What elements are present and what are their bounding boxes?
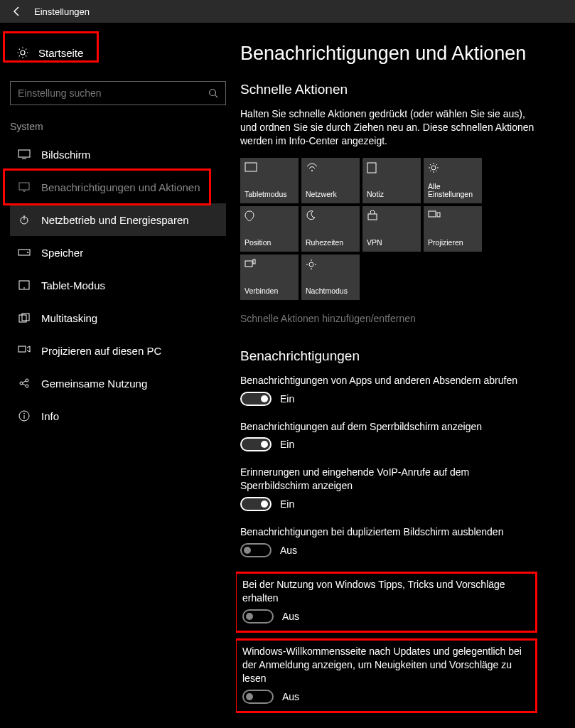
svg-rect-2 <box>18 150 30 157</box>
tile-network[interactable]: Netzwerk <box>301 158 360 203</box>
tile-note[interactable]: Notiz <box>362 158 421 203</box>
svg-point-15 <box>26 379 28 382</box>
sidebar-item-display[interactable]: Bildschirm <box>10 138 226 171</box>
tile-location[interactable]: Position <box>240 206 299 252</box>
moon-icon <box>306 210 318 223</box>
svg-line-1 <box>215 95 218 98</box>
quick-actions-heading: Schnelle Aktionen <box>240 82 564 97</box>
tablet-icon <box>244 162 257 175</box>
wifi-icon <box>306 162 318 175</box>
nav-label: Speicher <box>41 247 83 259</box>
tile-tabletmode[interactable]: Tabletmodus <box>240 158 299 203</box>
nav-label: Multitasking <box>41 312 97 324</box>
sidebar-item-notifications[interactable]: Benachrichtigungen und Aktionen <box>10 171 226 203</box>
nav-label: Tablet-Modus <box>41 279 105 291</box>
svg-point-23 <box>311 170 313 171</box>
sidebar-item-tablet[interactable]: Tablet-Modus <box>10 269 226 301</box>
toggle[interactable] <box>242 690 274 704</box>
svg-point-21 <box>23 413 25 414</box>
svg-rect-30 <box>253 259 255 264</box>
svg-point-31 <box>309 262 313 267</box>
svg-rect-26 <box>368 214 377 220</box>
nav-label: Gemeinsame Nutzung <box>41 378 147 390</box>
tile-quiet[interactable]: Ruhezeiten <box>301 206 360 252</box>
home-button[interactable]: Startseite <box>10 37 226 68</box>
quick-action-tiles: Tabletmodus Netzwerk Notiz Alle Einstell… <box>240 158 564 300</box>
home-label: Startseite <box>38 47 83 59</box>
search-input[interactable] <box>18 87 208 99</box>
svg-line-17 <box>23 381 26 382</box>
sidebar-item-shared[interactable]: Gemeinsame Nutzung <box>10 367 226 400</box>
setting-apps-notifications: Benachrichtigungen von Apps und anderen … <box>240 374 532 406</box>
setting-duplicate-hide: Benachrichtigungen bei dupliziertem Bild… <box>240 525 532 557</box>
tablet-icon <box>17 278 31 292</box>
highlighted-setting-welcome: Windows-Willkommensseite nach Updates un… <box>236 638 537 713</box>
nav-label: Projizieren auf diesen PC <box>41 345 161 357</box>
svg-line-18 <box>23 384 26 385</box>
search-box[interactable] <box>10 81 226 105</box>
svg-rect-22 <box>245 163 257 171</box>
sidebar: Startseite System Bildschirm Benachricht… <box>0 23 236 728</box>
section-label: System <box>10 121 226 132</box>
setting-lockscreen-notifications: Benachrichtigungen auf dem Sperrbildschi… <box>240 420 532 452</box>
toggle[interactable] <box>240 497 272 511</box>
notifications-heading: Benachrichtigungen <box>240 348 564 364</box>
svg-point-8 <box>27 252 28 253</box>
toggle[interactable] <box>240 543 272 557</box>
sidebar-item-project[interactable]: Projizieren auf diesen PC <box>10 334 226 367</box>
project-icon <box>428 210 441 223</box>
sidebar-item-power[interactable]: Netzbetrieb und Energiesparen <box>10 203 226 236</box>
notification-icon <box>17 180 31 194</box>
quick-actions-desc: Halten Sie schnelle Aktionen gedrückt (o… <box>240 107 539 148</box>
gear-icon <box>16 46 30 60</box>
location-icon <box>244 210 257 223</box>
svg-rect-24 <box>367 163 376 173</box>
nav-label: Benachrichtigungen und Aktionen <box>41 181 200 193</box>
tile-vpn[interactable]: VPN <box>362 206 421 252</box>
monitor-icon <box>17 147 31 161</box>
tile-allsettings[interactable]: Alle Einstellungen <box>424 158 482 203</box>
svg-point-25 <box>431 166 436 170</box>
svg-rect-13 <box>18 346 26 352</box>
svg-point-0 <box>210 90 216 96</box>
main-content: Benachrichtigungen und Aktionen Schnelle… <box>236 23 575 728</box>
setting-voip-reminders: Erinnerungen und eingehende VoIP-Anrufe … <box>240 466 532 511</box>
gear-icon <box>428 162 441 175</box>
page-title: Benachrichtigungen und Aktionen <box>240 43 564 65</box>
storage-icon <box>17 245 31 259</box>
toggle[interactable] <box>240 437 272 451</box>
svg-rect-4 <box>19 183 29 190</box>
share-icon <box>17 376 31 390</box>
svg-rect-29 <box>245 261 252 267</box>
info-icon <box>17 409 31 423</box>
tile-project[interactable]: Projizieren <box>424 206 482 252</box>
sidebar-item-multitasking[interactable]: Multitasking <box>10 301 226 334</box>
search-icon <box>208 88 218 98</box>
nav-label: Netzbetrieb und Energiesparen <box>41 214 189 226</box>
nav-label: Info <box>41 410 59 422</box>
svg-point-16 <box>26 385 28 387</box>
back-button[interactable] <box>6 0 28 23</box>
multitasking-icon <box>17 311 31 325</box>
highlighted-setting-tips: Bei der Nutzung von Windows Tipps, Trick… <box>236 572 537 633</box>
connect-icon <box>244 259 257 272</box>
project-icon <box>17 343 31 358</box>
svg-rect-27 <box>429 211 436 217</box>
sun-icon <box>306 259 318 272</box>
svg-rect-28 <box>437 213 440 217</box>
sidebar-item-info[interactable]: Info <box>10 400 226 432</box>
toggle[interactable] <box>242 609 274 623</box>
sidebar-item-storage[interactable]: Speicher <box>10 236 226 269</box>
power-icon <box>17 213 31 227</box>
window-title: Einstellungen <box>34 6 90 17</box>
tile-connect[interactable]: Verbinden <box>240 255 299 300</box>
titlebar: Einstellungen <box>0 0 575 23</box>
edit-quick-actions-link[interactable]: Schnelle Aktionen hinzufügen/entfernen <box>240 313 564 324</box>
tile-nightlight[interactable]: Nachtmodus <box>301 255 360 300</box>
svg-point-14 <box>20 382 23 385</box>
nav-label: Bildschirm <box>41 149 90 161</box>
vpn-icon <box>367 210 380 223</box>
note-icon <box>367 162 380 175</box>
toggle[interactable] <box>240 392 272 406</box>
